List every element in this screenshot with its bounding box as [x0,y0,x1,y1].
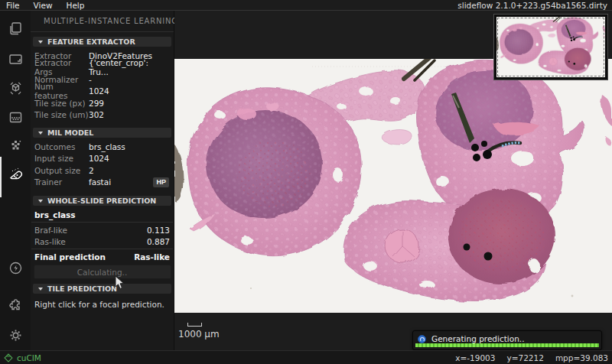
divider [31,249,173,249]
coord-mpp: mpp=39.083 [555,353,608,362]
heatmap-icon[interactable] [8,109,24,125]
row-outcomes: Outcomes brs_class [31,141,174,153]
divider [31,222,173,223]
mil-dish-icon[interactable] [8,167,24,183]
section-feature-extractor[interactable]: FEATURE EXTRACTOR [33,37,171,47]
collapse-triangle-icon [38,132,43,135]
menu-help[interactable]: Help [60,1,92,10]
settings-gear-icon[interactable] [8,327,24,343]
backend-diamond-icon [4,353,12,362]
mosaic-icon[interactable] [8,138,24,154]
backend-indicator: cuCIM [5,353,41,362]
prediction-row-ras: Ras-like 0.887 [31,236,174,247]
main-area: MULTIPLE-INSTANCE LEARNING FEATURE EXTRA… [0,11,612,350]
progress-bar-fill [415,343,599,347]
active-section-indicator [0,157,2,197]
prediction-row-braf: Braf-like 0.113 [31,224,174,236]
section-tile-prediction[interactable]: TILE PREDICTION [33,284,171,294]
final-prediction-row: Final prediction Ras-like [31,251,174,262]
collapse-triangle-icon [38,200,43,203]
sidebar-icon-rail [0,11,31,350]
section-mil-model[interactable]: MIL MODEL [33,128,171,138]
row-extractor-args: Extractor Args {'center_crop': Tru... [31,62,174,74]
slide-view-icon[interactable] [8,51,24,67]
feature-extractor-rows: Extractor DinoV2Features Extractor Args … [31,50,174,121]
extension-puzzle-icon[interactable] [8,297,24,313]
slide-viewport[interactable] [174,59,612,313]
scale-bar: 1000 µm [178,323,220,340]
calculating-button[interactable]: Calculating.. [34,265,171,279]
row-tile-size-px: Tile size (px) 299 [31,97,174,109]
progress-toast: Generating prediction.. [412,330,602,350]
row-input-size: Input size 1024 [31,153,174,165]
scale-bar-bracket [187,323,202,327]
tile-prediction-hint: Right click for a focal prediction. [31,300,174,311]
hp-button[interactable]: HP [153,177,169,187]
mil-panel: MULTIPLE-INSTANCE LEARNING FEATURE EXTRA… [31,11,174,350]
collapse-triangle-icon [38,41,43,44]
slide-viewer: 1000 µm Generating prediction.. [174,11,612,350]
row-num-features: Num features 1024 [31,86,174,98]
backend-label: cuCIM [17,353,41,362]
menu-view[interactable]: View [27,1,60,10]
coord-x: x=-19003 [455,353,495,362]
performance-bolt-icon[interactable] [8,260,24,276]
row-output-size: Output size 2 [31,164,174,177]
menu-bar: File View Help slideflow 2.1.0+223.g54ba… [0,0,612,11]
slide-thumbnail[interactable] [494,15,607,80]
menu-file[interactable]: File [0,1,27,10]
spinner-icon [418,335,426,343]
app-version-title: slideflow 2.1.0+223.g54ba1565.dirty [457,1,607,10]
toast-message: Generating prediction.. [431,334,525,343]
scale-bar-label: 1000 µm [178,329,220,340]
model-cube-icon[interactable] [8,80,24,96]
project-icon[interactable] [8,21,24,37]
progress-bar [415,343,599,347]
section-whole-slide-prediction[interactable]: WHOLE-SLIDE PREDICTION [33,196,171,206]
cursor-coordinates: x=-19003 y=72212 mpp=39.083 [455,353,608,362]
row-tile-size-um: Tile size (um) 302 [31,109,174,122]
status-bar: cuCIM x=-19003 y=72212 mpp=39.083 [0,350,612,364]
coord-y: y=72212 [506,353,543,362]
prediction-outcome-name: brs_class [31,209,174,220]
row-trainer: Trainer fastai HP [31,177,174,189]
panel-title: MULTIPLE-INSTANCE LEARNING [44,17,178,25]
collapse-triangle-icon [38,288,43,291]
mil-model-rows: Outcomes brs_class Input size 1024 Outpu… [31,141,174,188]
